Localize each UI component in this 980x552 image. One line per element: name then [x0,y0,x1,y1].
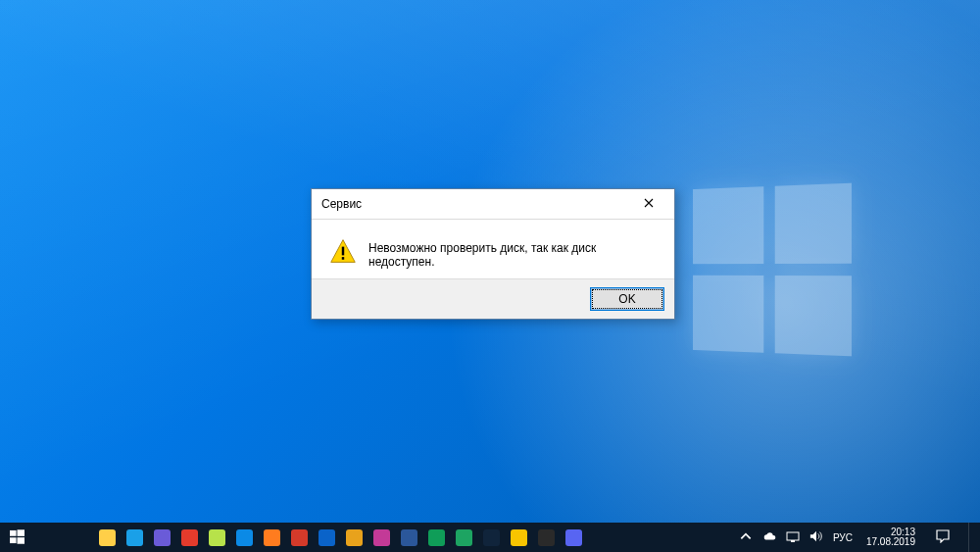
app4-icon [291,529,308,546]
taskbar-app-app7[interactable] [423,525,449,550]
network-icon [786,529,800,545]
notification-icon [936,529,950,545]
svg-rect-11 [791,540,795,542]
clock-date: 17.08.2019 [866,537,915,548]
app2-icon [154,529,171,546]
taskbar-app-ccleaner[interactable] [341,525,367,550]
system-tray: РУС 20:13 17.08.2019 [729,523,980,552]
taskbar-app-app5[interactable] [314,525,339,550]
show-desktop-button[interactable] [968,523,974,552]
taskbar-app-explorer[interactable] [94,525,120,550]
svg-rect-0 [342,247,344,256]
dialog-title: Сервис [321,197,629,211]
clock[interactable]: 20:13 17.08.2019 [862,527,919,548]
obs-icon [538,529,555,546]
explorer-icon [99,529,116,546]
cloud-icon [762,529,776,545]
ok-button[interactable]: OK [590,287,664,311]
pinned-apps [92,525,586,550]
task-view-button[interactable] [63,531,92,543]
taskbar-app-obs[interactable] [533,525,559,550]
taskbar: РУС 20:13 17.08.2019 [0,523,980,552]
windows-logo [693,183,852,357]
opera-icon [181,529,198,546]
taskbar-app-opera[interactable] [176,525,202,550]
app6-icon [373,529,390,546]
error-dialog: Сервис Невозможно проверить диск, так ка… [311,188,675,320]
svg-rect-5 [17,537,24,544]
action-center-button[interactable] [929,529,956,545]
windows-icon [10,529,24,546]
chrome-icon [456,529,472,546]
taskbar-app-discord[interactable] [561,525,586,550]
dialog-body: Невозможно проверить диск, так как диск … [312,220,674,278]
discord-icon [565,529,582,546]
volume-icon [809,529,823,545]
close-button[interactable] [629,190,668,218]
ccleaner-icon [346,529,363,546]
tray-onedrive[interactable] [762,529,776,545]
app3-icon [236,529,253,546]
tray-language[interactable]: РУС [833,532,853,543]
taskbar-app-app2[interactable] [149,525,174,550]
warning-icon [329,237,357,265]
tray-volume[interactable] [809,529,823,545]
taskbar-app-word[interactable] [396,525,421,550]
dialog-titlebar[interactable]: Сервис [312,189,674,220]
taskbar-app-app4[interactable] [286,525,312,550]
taskbar-app-app3[interactable] [231,525,257,550]
taskbar-app-chrome[interactable] [451,525,476,550]
dialog-button-row: OK [312,278,674,319]
svg-rect-4 [10,537,17,543]
taskbar-app-app6[interactable] [368,525,394,550]
npp-icon [209,529,225,546]
taskbar-app-steam[interactable] [478,525,504,550]
dialog-message: Невозможно проверить диск, так как диск … [368,237,659,269]
app1-icon [126,529,143,546]
taskbar-app-firefox[interactable] [259,525,284,550]
tray-network[interactable] [786,529,800,545]
potplayer-icon [511,529,527,546]
steam-icon [483,529,500,546]
search-button[interactable] [33,531,63,543]
taskbar-app-app1[interactable] [122,525,147,550]
tray-chevron-up[interactable] [739,529,753,545]
svg-rect-1 [342,257,344,260]
svg-rect-2 [10,529,17,535]
app5-icon [318,529,335,546]
word-icon [401,529,417,546]
firefox-icon [264,529,280,546]
svg-rect-3 [17,529,24,536]
taskbar-app-potplayer[interactable] [506,525,531,550]
taskbar-app-npp[interactable] [204,525,229,550]
start-button[interactable] [0,523,33,552]
chevron-up-icon [739,529,753,545]
close-icon [644,197,654,211]
app7-icon [428,529,445,546]
svg-rect-10 [787,532,799,540]
